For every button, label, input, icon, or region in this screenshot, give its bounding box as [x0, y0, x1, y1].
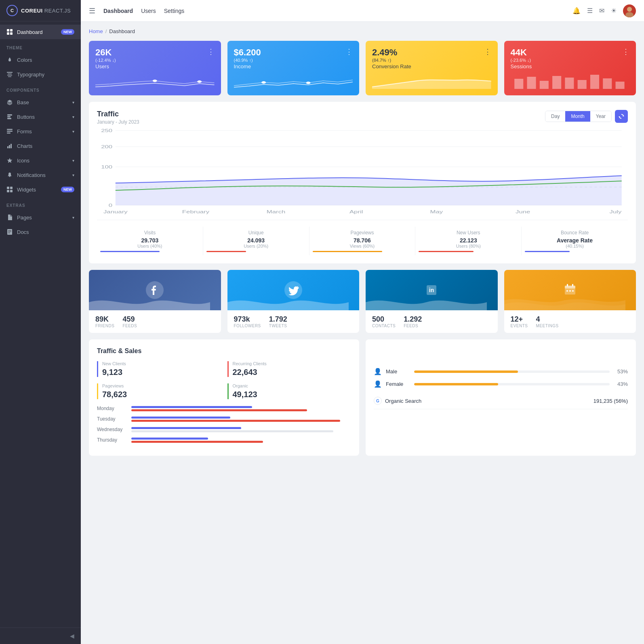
tuesday-row: Tuesday [97, 416, 351, 422]
svg-text:100: 100 [101, 164, 112, 169]
svg-rect-0 [7, 29, 9, 32]
pageviews-stat-label: Pageviews [102, 383, 221, 388]
stat-sessions-value: 44K [511, 47, 532, 58]
sidebar-item-widgets[interactable]: Widgets NEW [0, 182, 81, 197]
bottom-section: Traffic & Sales New Clients 9,123 Recurr… [89, 339, 636, 456]
pageviews-label: Pageviews [313, 230, 412, 236]
svg-rect-8 [7, 114, 12, 116]
star-icon [6, 157, 13, 164]
organic-search-value: 191,235 (56%) [593, 398, 628, 404]
mail-header-icon[interactable]: ✉ [599, 7, 604, 15]
stat-conversion-menu-icon[interactable]: ⋮ [484, 47, 491, 56]
svg-point-29 [306, 82, 310, 84]
list-header-icon[interactable]: ☰ [587, 7, 593, 15]
svg-rect-15 [9, 176, 11, 177]
social-card-twitter: 973k FOLLOWERS 1.792 TWEETS [227, 270, 360, 333]
svg-text:in: in [429, 287, 434, 293]
stat-users-change: (-12.4% ↓) [95, 58, 116, 63]
svg-point-25 [625, 12, 633, 17]
svg-rect-11 [7, 129, 13, 130]
monday-row: Monday [97, 406, 351, 411]
male-row: 👤 Male 53% [374, 368, 628, 375]
svg-point-26 [153, 80, 157, 82]
bell-header-icon[interactable]: 🔔 [572, 7, 581, 15]
new-users-bar [419, 251, 473, 252]
wednesday-bar-2 [131, 430, 333, 432]
chart-subtitle: January - July 2023 [97, 119, 139, 125]
sidebar-item-charts[interactable]: Charts [0, 139, 81, 153]
stat-users-value: 26K [95, 47, 116, 58]
twitter-followers-value: 973k [234, 315, 261, 324]
refresh-button[interactable] [615, 110, 628, 123]
sidebar-item-pages[interactable]: Pages ▾ [0, 210, 81, 225]
buttons-chevron-icon: ▾ [72, 115, 74, 119]
twitter-card-bottom: 973k FOLLOWERS 1.792 TWEETS [227, 310, 360, 333]
layers-icon [6, 99, 13, 105]
male-pct: 53% [614, 368, 628, 375]
svg-rect-34 [565, 78, 574, 89]
header-nav-settings[interactable]: Settings [164, 8, 185, 14]
twitter-tweets-value: 1.792 [269, 315, 287, 324]
svg-rect-38 [615, 82, 624, 89]
header-nav-users[interactable]: Users [141, 8, 156, 14]
svg-text:April: April [349, 209, 363, 214]
sidebar-forms-label: Forms [17, 128, 32, 135]
chart-stat-bounce: Bounce Rate Average Rate (40.15%) [522, 227, 628, 255]
female-bar [414, 383, 498, 385]
stat-card-sessions-top: 44K (-23.6% ↓) Sessions ⋮ [511, 47, 630, 69]
stat-income-value: $6.200 [234, 47, 261, 58]
sidebar-item-dashboard[interactable]: Dashboard NEW [0, 25, 81, 39]
svg-text:June: June [516, 209, 530, 214]
sidebar-item-forms[interactable]: Forms ▾ [0, 124, 81, 139]
sidebar-item-base[interactable]: Base ▾ [0, 95, 81, 109]
hamburger-icon[interactable]: ☰ [89, 6, 95, 15]
sidebar-collapse-button[interactable]: ◀ [0, 627, 81, 644]
breadcrumb: Home / Dashboard [89, 28, 636, 34]
stat-income-menu-icon[interactable]: ⋮ [345, 47, 353, 56]
stat-card-conversion: 2.49% (84.7% ↑) Conversion Rate ⋮ [366, 41, 498, 95]
dashboard-badge: NEW [61, 29, 74, 35]
sidebar-item-buttons[interactable]: Buttons ▾ [0, 109, 81, 124]
monday-bars [131, 406, 351, 411]
stat-conversion-change: (84.7% ↑) [372, 58, 411, 63]
svg-rect-9 [7, 116, 11, 118]
day-btn[interactable]: Day [545, 111, 565, 122]
svg-rect-35 [577, 80, 586, 89]
linkedin-wave [366, 294, 487, 310]
tuesday-bar-1 [131, 417, 230, 419]
page-content: Home / Dashboard 26K (-12.4% ↓) Users ⋮ [81, 22, 644, 644]
stat-card-users: 26K (-12.4% ↓) Users ⋮ [89, 41, 221, 95]
sidebar-item-docs[interactable]: Docs [0, 225, 81, 239]
sidebar-item-colors[interactable]: Colors [0, 53, 81, 67]
svg-point-27 [197, 80, 202, 83]
month-btn[interactable]: Month [565, 111, 590, 122]
sidebar-item-notifications[interactable]: Notifications ▾ [0, 168, 81, 182]
header-nav-dashboard[interactable]: Dashboard [103, 8, 133, 14]
thursday-row: Thursday [97, 437, 351, 443]
header: ☰ Dashboard Users Settings 🔔 ☰ ✉ ☀ [81, 0, 644, 22]
traffic-chart-card: Traffic January - July 2023 Day Month Ye… [89, 102, 636, 263]
sidebar-icons-label: Icons [17, 158, 29, 164]
stat-users-menu-icon[interactable]: ⋮ [207, 47, 215, 56]
stat-income-info: $6.200 (40.9% ↑) Income [234, 47, 261, 69]
stat-sessions-menu-icon[interactable]: ⋮ [622, 47, 629, 56]
sidebar: C COREUI REACT.JS Dashboard NEW THEME Co… [0, 0, 81, 644]
sidebar-navigation: Dashboard NEW THEME Colors Typography CO… [0, 21, 81, 627]
chart-header: Traffic January - July 2023 Day Month Ye… [97, 110, 628, 125]
sidebar-item-icons[interactable]: Icons ▾ [0, 153, 81, 168]
sidebar-charts-label: Charts [17, 143, 32, 149]
stat-sessions-change: (-23.6% ↓) [511, 58, 532, 63]
svg-rect-22 [8, 232, 11, 232]
stat-conversion-info: 2.49% (84.7% ↑) Conversion Rate [372, 47, 411, 69]
sidebar-item-typography[interactable]: Typography [0, 67, 81, 82]
logo[interactable]: C COREUI REACT.JS [0, 0, 81, 21]
user-avatar[interactable] [623, 4, 636, 17]
breadcrumb-separator: / [105, 28, 107, 34]
breadcrumb-home[interactable]: Home [89, 28, 103, 34]
traffic-chart-svg: 250 200 100 0 January February March Apr… [97, 126, 628, 215]
year-btn[interactable]: Year [590, 111, 611, 122]
monday-label: Monday [97, 406, 127, 411]
settings-header-icon[interactable]: ☀ [611, 7, 617, 15]
facebook-feeds-label: FEEDS [122, 324, 137, 328]
svg-rect-16 [7, 187, 9, 189]
